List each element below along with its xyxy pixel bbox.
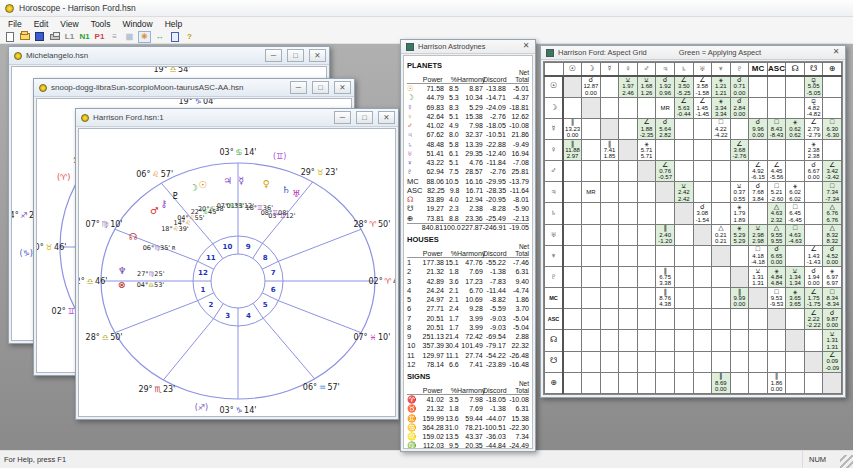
astrodyne-row: ☋19.272.32.38-8.28-5.90 [407,204,529,213]
cell: 7.5 [444,168,459,175]
michelangelo-title-bar[interactable]: Michelangelo.hsn ─ □ ✕ [9,47,329,65]
close-button[interactable]: ✕ [378,111,395,124]
aspect-cell [637,330,656,351]
minimize-button[interactable]: ─ [290,81,307,94]
toolbar-wheel-n1-icon[interactable]: N1 [78,31,91,43]
cell: 69.83 [419,104,444,111]
astrodyne-row: ♈41.023.57.98-18.05-10.08 [407,395,529,404]
astrodyne-row: ♃67.628.032.37-10.5121.86 [407,130,529,139]
cell: 15.38 [459,113,483,120]
maximize-button[interactable]: □ [356,111,373,124]
cell: ♂ [407,121,419,130]
toolbar-print-icon[interactable] [48,31,61,43]
aspect-cell [656,309,675,330]
aspect-cell [712,203,731,224]
aspect-cell [693,182,712,203]
resize-grip[interactable] [840,455,853,468]
toolbar-wheel-l1-icon[interactable]: L1 [63,31,76,43]
close-icon[interactable]: ✕ [520,41,532,52]
toolbar-new-file-icon[interactable] [3,31,16,43]
grid-col-MC: MC [749,63,768,76]
astrodynes-title-bar[interactable]: Harrison Astrodynes ✕ [401,40,535,54]
cell: Discord [483,250,507,257]
maximize-button[interactable]: □ [287,49,304,62]
toolbar-report-view-icon[interactable] [168,31,181,43]
toolbar-open-file-icon[interactable] [18,31,31,43]
toolbar-arrows-view-icon[interactable]: ↔ [153,31,166,43]
aspect-cell [619,266,638,287]
cell: 227.87 [459,224,483,231]
aspect-cell [786,330,805,351]
house-number: 7 [271,269,276,277]
aspect-cell: ∠4.92-6.15 [749,161,768,182]
toolbar-grid-view-icon[interactable]: ▦ [123,31,136,43]
aspect-grid-title-bar[interactable]: Harrison Ford: Aspect Grid Green = Apply… [541,46,845,60]
aspect-cell: ⚹1.211.21 [712,76,731,98]
cell: -4.37 [506,94,529,101]
close-button[interactable]: ✕ [309,49,326,62]
house-number: 12 [198,269,208,277]
aspect-cell [767,309,786,330]
cell: -19.05 [506,224,529,231]
close-button[interactable]: ✕ [334,81,351,94]
aspect-cell [804,203,823,224]
menu-file[interactable]: File [2,17,28,30]
grid-col-♂: ♂ [637,63,656,76]
aspect-cell: ∥11.882.97 [563,140,582,161]
toolbar-help-icon[interactable]: ? [183,31,196,43]
aspect-cell [582,97,601,118]
menu-help[interactable]: Help [159,17,188,30]
cell: 6.70 [459,287,483,294]
cusp-label: 29° ♏ 23' [138,385,175,394]
aspect-cell [674,330,693,351]
cell: 48.48 [419,141,444,148]
status-message: For Help, press F1 [0,455,802,464]
cell: 2.4 [444,305,459,312]
maximize-button[interactable]: □ [312,81,329,94]
grid-col-⊕: ⊕ [823,63,842,76]
toolbar-wheel-p1-icon[interactable]: P1 [93,31,106,43]
cell: MC [407,177,419,186]
aspect-cell [674,224,693,245]
cell: 9.28 [459,305,483,312]
minimize-button[interactable]: ─ [334,111,351,124]
main-title-bar[interactable]: Horoscope - Harrison Ford.hsn [0,0,853,17]
cell: 29.35 [459,150,483,157]
cusp-label: 06° ♒ 57' [303,383,340,392]
menu-tools[interactable]: Tools [85,17,117,30]
menu-edit[interactable]: Edit [28,17,55,30]
aspect-cell [619,245,638,266]
aspect-cell [582,140,601,161]
cell: -10.08 [506,122,529,129]
aspect-cell [656,330,675,351]
toolbar-save-file-icon[interactable] [33,31,46,43]
cell: 8.87 [459,85,483,92]
cell: -13.79 [506,178,529,185]
grid-row-♄: ♄ [545,203,564,224]
planet-glyph: ☽ [189,182,198,193]
menu-view[interactable]: View [54,17,84,30]
cell: 1.8 [444,268,459,275]
aspect-cell [600,245,619,266]
aspect-cell [749,97,768,118]
menu-window[interactable]: Window [116,17,158,30]
cell: 47.76 [459,259,483,266]
toolbar-aspects-view-icon[interactable]: ✳ [138,31,151,43]
cell: 1 [407,258,419,267]
cell: 2.1 [444,296,459,303]
harrison-title-bar[interactable]: Harrison Ford.hsn:1 ─ □ ✕ [76,109,398,127]
aspect-cell: ⚼4.82-4.82 [804,97,823,118]
planet-position: 18°♌39' [161,225,189,233]
cell: -23.89 [483,361,506,368]
grid-row-☽: ☽ [545,97,564,118]
intercepted-sign: (♊) [273,152,286,161]
cell: 1.7 [444,324,459,331]
cell: 4.76 [459,159,483,166]
snoop-title-bar[interactable]: snoop-dogg-libraSun-scorpioMoon-taurusAS… [34,79,354,97]
aspect-cell: ⚺1.681.26 [637,76,656,98]
toolbar-wheel-r1-icon[interactable]: ≡ [108,31,121,43]
close-icon[interactable]: ✕ [830,47,842,58]
aspect-cell [656,372,675,393]
minimize-button[interactable]: ─ [265,49,282,62]
cell: -9.03 [483,315,506,322]
